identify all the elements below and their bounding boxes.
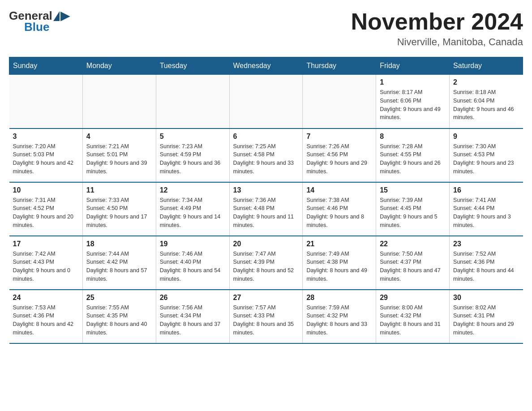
calendar-week-5: 24Sunrise: 7:53 AMSunset: 4:36 PMDayligh… — [9, 290, 523, 343]
calendar-cell: 16Sunrise: 7:41 AMSunset: 4:44 PMDayligh… — [450, 182, 523, 236]
day-number: 14 — [306, 186, 372, 194]
calendar-cell: 2Sunrise: 8:18 AMSunset: 6:04 PMDaylight… — [450, 75, 523, 128]
day-info: Sunrise: 7:33 AMSunset: 4:50 PMDaylight:… — [86, 196, 152, 230]
calendar-cell: 21Sunrise: 7:49 AMSunset: 4:38 PMDayligh… — [303, 236, 376, 290]
day-number: 24 — [13, 294, 79, 302]
calendar-cell — [303, 75, 376, 128]
day-info: Sunrise: 7:21 AMSunset: 5:01 PMDaylight:… — [86, 142, 152, 176]
day-number: 13 — [233, 186, 299, 194]
day-number: 25 — [86, 294, 152, 302]
calendar-cell: 19Sunrise: 7:46 AMSunset: 4:40 PMDayligh… — [156, 236, 229, 290]
day-info: Sunrise: 8:02 AMSunset: 4:31 PMDaylight:… — [453, 304, 519, 337]
day-number: 10 — [13, 186, 79, 194]
day-info: Sunrise: 7:50 AMSunset: 4:37 PMDaylight:… — [380, 250, 446, 283]
calendar-cell: 8Sunrise: 7:28 AMSunset: 4:55 PMDaylight… — [376, 128, 450, 182]
day-info: Sunrise: 7:28 AMSunset: 4:55 PMDaylight:… — [380, 142, 446, 176]
column-header-monday: Monday — [82, 57, 156, 75]
day-info: Sunrise: 7:47 AMSunset: 4:39 PMDaylight:… — [233, 250, 299, 283]
day-info: Sunrise: 7:57 AMSunset: 4:33 PMDaylight:… — [233, 304, 299, 337]
logo-triangle-icon — [53, 11, 60, 21]
calendar-cell: 29Sunrise: 8:00 AMSunset: 4:32 PMDayligh… — [376, 290, 450, 343]
day-info: Sunrise: 7:31 AMSunset: 4:52 PMDaylight:… — [13, 196, 79, 230]
calendar-cell: 14Sunrise: 7:38 AMSunset: 4:46 PMDayligh… — [303, 182, 376, 236]
calendar-cell: 30Sunrise: 8:02 AMSunset: 4:31 PMDayligh… — [450, 290, 523, 343]
day-info: Sunrise: 7:44 AMSunset: 4:42 PMDaylight:… — [86, 250, 152, 283]
day-number: 26 — [160, 294, 226, 302]
day-info: Sunrise: 7:49 AMSunset: 4:38 PMDaylight:… — [306, 250, 372, 283]
calendar-week-4: 17Sunrise: 7:42 AMSunset: 4:43 PMDayligh… — [9, 236, 523, 290]
day-info: Sunrise: 7:46 AMSunset: 4:40 PMDaylight:… — [160, 250, 226, 283]
column-header-tuesday: Tuesday — [156, 57, 229, 75]
calendar-cell: 11Sunrise: 7:33 AMSunset: 4:50 PMDayligh… — [82, 182, 156, 236]
day-number: 5 — [160, 133, 226, 141]
day-info: Sunrise: 8:00 AMSunset: 4:32 PMDaylight:… — [380, 304, 446, 337]
calendar-cell: 4Sunrise: 7:21 AMSunset: 5:01 PMDaylight… — [82, 128, 156, 182]
logo-second-text: ▶ — [60, 9, 69, 23]
calendar-table: SundayMondayTuesdayWednesdayThursdayFrid… — [9, 57, 523, 344]
day-number: 8 — [380, 133, 446, 141]
column-header-sunday: Sunday — [9, 57, 83, 75]
column-header-thursday: Thursday — [303, 57, 376, 75]
day-info: Sunrise: 7:30 AMSunset: 4:53 PMDaylight:… — [453, 142, 519, 176]
day-number: 2 — [453, 78, 519, 86]
calendar-cell — [156, 75, 229, 128]
day-info: Sunrise: 7:55 AMSunset: 4:35 PMDaylight:… — [86, 304, 152, 337]
calendar-cell: 15Sunrise: 7:39 AMSunset: 4:45 PMDayligh… — [376, 182, 450, 236]
calendar-cell: 12Sunrise: 7:34 AMSunset: 4:49 PMDayligh… — [156, 182, 229, 236]
column-header-wednesday: Wednesday — [229, 57, 303, 75]
calendar-cell: 25Sunrise: 7:55 AMSunset: 4:35 PMDayligh… — [82, 290, 156, 343]
day-info: Sunrise: 7:41 AMSunset: 4:44 PMDaylight:… — [453, 196, 519, 230]
day-number: 1 — [380, 78, 446, 86]
day-info: Sunrise: 7:38 AMSunset: 4:46 PMDaylight:… — [306, 196, 372, 230]
day-number: 3 — [13, 133, 79, 141]
day-number: 22 — [380, 240, 446, 248]
day-number: 6 — [233, 133, 299, 141]
day-number: 19 — [160, 240, 226, 248]
calendar-cell: 24Sunrise: 7:53 AMSunset: 4:36 PMDayligh… — [9, 290, 83, 343]
calendar-cell: 1Sunrise: 8:17 AMSunset: 6:06 PMDaylight… — [376, 75, 450, 128]
day-info: Sunrise: 7:34 AMSunset: 4:49 PMDaylight:… — [160, 196, 226, 230]
title-block: November 2024 Niverville, Manitoba, Cana… — [351, 9, 523, 48]
day-number: 9 — [453, 133, 519, 141]
calendar-cell: 28Sunrise: 7:59 AMSunset: 4:32 PMDayligh… — [303, 290, 376, 343]
calendar-header-row: SundayMondayTuesdayWednesdayThursdayFrid… — [9, 57, 523, 75]
day-number: 12 — [160, 186, 226, 194]
day-number: 4 — [86, 133, 152, 141]
calendar-cell: 26Sunrise: 7:56 AMSunset: 4:34 PMDayligh… — [156, 290, 229, 343]
calendar-cell: 13Sunrise: 7:36 AMSunset: 4:48 PMDayligh… — [229, 182, 303, 236]
calendar-cell: 5Sunrise: 7:23 AMSunset: 4:59 PMDaylight… — [156, 128, 229, 182]
calendar-cell: 22Sunrise: 7:50 AMSunset: 4:37 PMDayligh… — [376, 236, 450, 290]
calendar-cell: 10Sunrise: 7:31 AMSunset: 4:52 PMDayligh… — [9, 182, 83, 236]
calendar-cell: 6Sunrise: 7:25 AMSunset: 4:58 PMDaylight… — [229, 128, 303, 182]
day-number: 7 — [306, 133, 372, 141]
calendar-cell — [229, 75, 303, 128]
calendar-week-1: 1Sunrise: 8:17 AMSunset: 6:06 PMDaylight… — [9, 75, 523, 128]
day-number: 17 — [13, 240, 79, 248]
location-subtitle: Niverville, Manitoba, Canada — [351, 36, 523, 48]
page-header: General ▶ Blue November 2024 Niverville,… — [9, 9, 523, 48]
column-header-saturday: Saturday — [450, 57, 523, 75]
logo-blue-text: Blue — [24, 20, 49, 34]
day-info: Sunrise: 7:36 AMSunset: 4:48 PMDaylight:… — [233, 196, 299, 230]
day-info: Sunrise: 7:39 AMSunset: 4:45 PMDaylight:… — [380, 196, 446, 230]
day-info: Sunrise: 7:59 AMSunset: 4:32 PMDaylight:… — [306, 304, 372, 337]
calendar-cell: 17Sunrise: 7:42 AMSunset: 4:43 PMDayligh… — [9, 236, 83, 290]
logo: General ▶ Blue — [9, 9, 69, 34]
calendar-cell: 20Sunrise: 7:47 AMSunset: 4:39 PMDayligh… — [229, 236, 303, 290]
day-info: Sunrise: 7:42 AMSunset: 4:43 PMDaylight:… — [13, 250, 79, 283]
day-info: Sunrise: 7:23 AMSunset: 4:59 PMDaylight:… — [160, 142, 226, 176]
calendar-cell — [82, 75, 156, 128]
day-number: 20 — [233, 240, 299, 248]
day-info: Sunrise: 7:26 AMSunset: 4:56 PMDaylight:… — [306, 142, 372, 176]
day-info: Sunrise: 7:20 AMSunset: 5:03 PMDaylight:… — [13, 142, 79, 176]
day-number: 18 — [86, 240, 152, 248]
calendar-cell: 23Sunrise: 7:52 AMSunset: 4:36 PMDayligh… — [450, 236, 523, 290]
day-info: Sunrise: 7:53 AMSunset: 4:36 PMDaylight:… — [13, 304, 79, 337]
calendar-week-3: 10Sunrise: 7:31 AMSunset: 4:52 PMDayligh… — [9, 182, 523, 236]
calendar-cell: 9Sunrise: 7:30 AMSunset: 4:53 PMDaylight… — [450, 128, 523, 182]
day-number: 29 — [380, 294, 446, 302]
calendar-cell: 7Sunrise: 7:26 AMSunset: 4:56 PMDaylight… — [303, 128, 376, 182]
day-number: 16 — [453, 186, 519, 194]
day-info: Sunrise: 7:56 AMSunset: 4:34 PMDaylight:… — [160, 304, 226, 337]
calendar-cell: 3Sunrise: 7:20 AMSunset: 5:03 PMDaylight… — [9, 128, 83, 182]
